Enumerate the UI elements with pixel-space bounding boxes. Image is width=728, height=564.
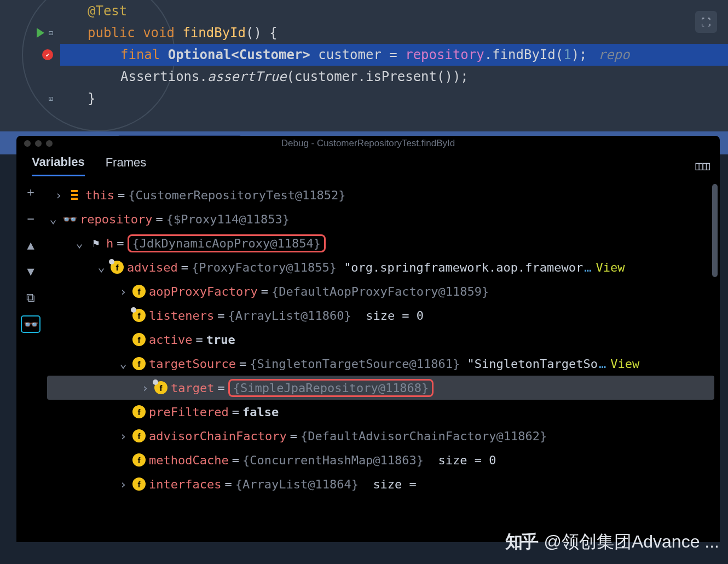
move-down-icon[interactable]: ▼ xyxy=(22,263,39,279)
breakpoint-icon[interactable] xyxy=(42,49,53,60)
field-icon: f xyxy=(132,453,146,467)
tab-frames[interactable]: Frames xyxy=(106,156,147,175)
scrollbar[interactable] xyxy=(712,184,718,277)
flag-icon: ⚑ xyxy=(89,236,103,250)
tree-row-aop-factory[interactable]: f aopProxyFactory = {DefaultAopProxyFact… xyxy=(47,279,714,303)
watermark-text: @领创集团Advance ... xyxy=(544,530,719,554)
editor-gutter: ⊟ ⊡ xyxy=(0,0,57,131)
field-icon: f xyxy=(132,477,146,491)
tree-row-h[interactable]: ⚑ h = {JdkDynamicAopProxy@11854} xyxy=(47,231,714,255)
zhihu-logo: 知乎 xyxy=(505,530,537,554)
tree-row-this[interactable]: this = {CustomerRepositoryTest@11852} xyxy=(47,183,714,207)
field-icon: f xyxy=(132,333,146,346)
code-content[interactable]: @Test public void findById () { final Op… xyxy=(60,0,728,110)
watermark: 知乎 @领创集团Advance ... xyxy=(505,530,719,554)
tab-variables[interactable]: Variables xyxy=(32,155,85,176)
highlight-target: {SimpleJpaRepository@11868} xyxy=(228,379,434,397)
run-test-icon[interactable] xyxy=(37,28,44,38)
code-annotation: @Test xyxy=(88,3,127,19)
tree-row-prefiltered[interactable]: f preFiltered = false xyxy=(47,400,714,424)
field-icon: f xyxy=(132,405,146,418)
stack-icon xyxy=(71,194,78,196)
tree-row-repository[interactable]: 👓 repository = {$Proxy114@11853} xyxy=(47,207,714,231)
debug-panel: Debug - CustomerRepositoryTest.findById … xyxy=(16,136,720,542)
remove-watch-icon[interactable]: − xyxy=(22,210,39,227)
field-icon: f xyxy=(154,381,167,394)
inline-debug-hint: repo xyxy=(587,47,630,62)
move-up-icon[interactable]: ▲ xyxy=(22,237,39,253)
tree-row-target-source[interactable]: f targetSource = {SingletonTargetSource@… xyxy=(47,352,714,376)
tree-row-method-cache[interactable]: f methodCache = {ConcurrentHashMap@11863… xyxy=(47,448,714,472)
add-watch-icon[interactable]: ＋ xyxy=(22,184,39,200)
debug-tabs: Variables Frames ◫◫ xyxy=(16,151,720,180)
tree-row-target[interactable]: f target = {SimpleJpaRepository@11868} xyxy=(47,376,714,400)
debug-title: Debug - CustomerRepositoryTest.findById xyxy=(16,138,720,149)
variables-tree[interactable]: this = {CustomerRepositoryTest@11852} 👓 … xyxy=(45,180,720,542)
tree-row-advisor-chain[interactable]: f advisorChainFactory = {DefaultAdvisorC… xyxy=(47,424,714,448)
field-icon: f xyxy=(132,285,146,298)
debug-titlebar: Debug - CustomerRepositoryTest.findById xyxy=(16,136,720,151)
tree-row-interfaces[interactable]: f interfaces = {ArrayList@11864} size = xyxy=(47,472,714,496)
debug-sidebar: ＋ − ▲ ▼ ⧉ 👓 xyxy=(16,180,45,542)
view-link[interactable]: View xyxy=(596,261,625,274)
layout-icon[interactable]: ◫◫ xyxy=(696,159,710,172)
fold-close-icon[interactable]: ⊡ xyxy=(49,94,53,103)
watch-var-icon: 👓 xyxy=(62,212,77,226)
field-icon: f xyxy=(111,261,124,274)
tree-row-listeners[interactable]: f listeners = {ArrayList@11860} size = 0 xyxy=(47,303,714,327)
view-link[interactable]: View xyxy=(610,357,639,371)
field-icon: f xyxy=(132,357,146,370)
tree-row-advised[interactable]: f advised = {ProxyFactory@11855} "org.sp… xyxy=(47,255,714,279)
highlight-jdk-proxy: {JdkDynamicAopProxy@11854} xyxy=(128,234,326,252)
copy-icon[interactable]: ⧉ xyxy=(22,289,39,306)
expand-icon[interactable]: ⛶ xyxy=(695,11,717,33)
field-icon: f xyxy=(132,429,146,442)
watches-icon[interactable]: 👓 xyxy=(21,315,41,333)
fold-icon[interactable]: ⊟ xyxy=(49,28,53,37)
field-icon: f xyxy=(132,309,146,322)
tree-row-active[interactable]: f active = true xyxy=(47,327,714,352)
code-editor: ⊟ ⊡ @Test public void findById () { fina… xyxy=(0,0,728,131)
